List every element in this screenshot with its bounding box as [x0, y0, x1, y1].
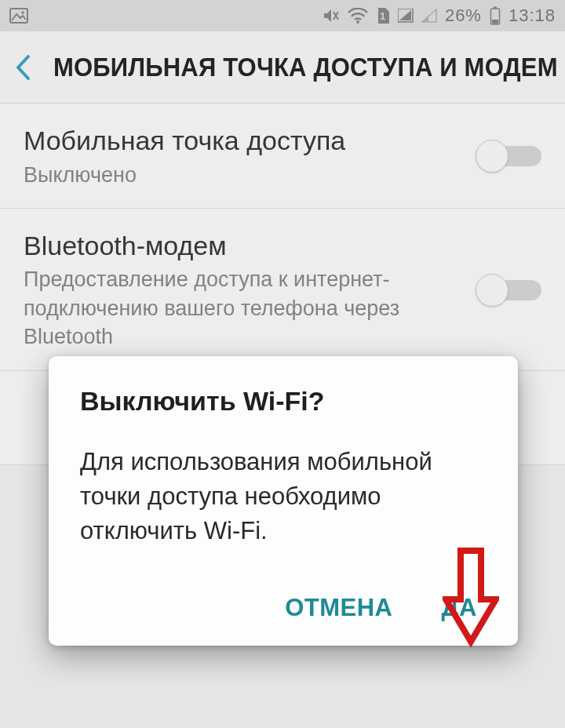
dialog-disable-wifi: Выключить Wi-Fi? Для использования мобил…: [49, 356, 518, 646]
confirm-button[interactable]: ДА: [442, 594, 477, 622]
dialog-title: Выключить Wi-Fi?: [80, 386, 487, 417]
cancel-button[interactable]: ОТМЕНА: [285, 594, 392, 622]
dialog-actions: ОТМЕНА ДА: [80, 594, 487, 630]
dialog-body: Для использования мобильной точки доступ…: [80, 445, 487, 548]
